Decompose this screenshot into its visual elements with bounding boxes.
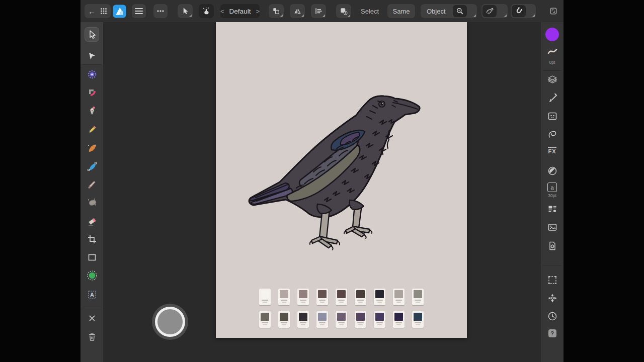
view-mode-button[interactable] xyxy=(481,4,508,18)
topbar: ← xyxy=(80,0,564,22)
back-button[interactable]: ← xyxy=(88,7,96,16)
magnifier-icon xyxy=(453,5,467,17)
effects-panel[interactable]: FX xyxy=(541,147,564,154)
transform-duplicate-button[interactable] xyxy=(269,4,284,18)
snapping-button[interactable] xyxy=(511,4,536,18)
swatch-card[interactable] xyxy=(374,289,385,305)
stroke-width-label: 0pt xyxy=(549,60,555,65)
swirl-icon xyxy=(547,129,558,142)
fullscreen-button[interactable] xyxy=(548,4,558,18)
erase-tool[interactable] xyxy=(85,214,99,228)
preset-prev-icon[interactable]: < xyxy=(220,8,224,15)
magnet-icon xyxy=(512,5,526,17)
swatch-card[interactable] xyxy=(278,311,290,328)
mask-panel[interactable] xyxy=(541,111,564,124)
gallery-grid-icon[interactable] xyxy=(100,8,107,15)
pencil-panel[interactable] xyxy=(541,129,564,142)
image-panel[interactable] xyxy=(541,222,564,235)
swatch-card[interactable] xyxy=(393,311,405,328)
pen-tool[interactable] xyxy=(85,104,99,118)
point-transform-tool[interactable] xyxy=(85,67,99,81)
fx-icon: FX xyxy=(548,147,556,154)
svg-text:A: A xyxy=(90,292,94,298)
more-button[interactable] xyxy=(153,4,168,18)
character-panel[interactable]: a30pt xyxy=(541,183,564,198)
app-logo[interactable] xyxy=(113,4,126,18)
delete-button[interactable] xyxy=(85,330,99,343)
tap-gesture-button[interactable] xyxy=(199,4,214,18)
menu-button[interactable] xyxy=(132,4,146,18)
smudge-tool[interactable] xyxy=(85,196,99,209)
swatch-card[interactable] xyxy=(316,289,328,305)
paint-brush-tool[interactable] xyxy=(85,159,99,173)
nav-group: ← xyxy=(85,4,111,18)
pencil-tool[interactable] xyxy=(85,123,99,136)
swatch-card[interactable] xyxy=(297,289,309,305)
preset-selector[interactable]: < Default > xyxy=(220,4,260,18)
divider xyxy=(83,64,101,65)
divider xyxy=(543,265,561,265)
brushes-panel[interactable] xyxy=(541,92,564,105)
vector-brush-tool[interactable] xyxy=(85,141,99,154)
zoom-tool-button[interactable] xyxy=(452,4,477,18)
workspace[interactable] xyxy=(103,22,541,362)
stroke-panel[interactable]: 0pt xyxy=(541,46,564,65)
swatch-card[interactable] xyxy=(297,311,309,328)
font-size-label: 30pt xyxy=(548,193,556,198)
screen: ← xyxy=(0,0,644,362)
move-tool[interactable] xyxy=(85,28,99,41)
hand-stylus-icon xyxy=(482,5,497,17)
navigator-panel[interactable] xyxy=(541,293,564,306)
flip-horizontal-button[interactable] xyxy=(290,4,305,18)
transform-panel[interactable] xyxy=(541,275,564,288)
swatch-card[interactable] xyxy=(316,311,328,328)
marquee-icon xyxy=(547,275,558,288)
rectangle-tool[interactable] xyxy=(85,250,99,264)
crop-tool[interactable] xyxy=(85,232,99,246)
swatch-card[interactable] xyxy=(412,289,424,305)
adjustments-panel[interactable] xyxy=(541,165,564,178)
swatch-card[interactable] xyxy=(393,289,405,305)
knife-tool[interactable] xyxy=(85,177,99,191)
help-button[interactable]: ? xyxy=(541,329,564,337)
swatch-card[interactable] xyxy=(336,289,347,305)
swatch-card[interactable] xyxy=(259,311,271,328)
corner-tool[interactable] xyxy=(85,85,99,99)
paragraph-icon xyxy=(547,204,558,217)
select-cursor-button[interactable] xyxy=(178,4,193,18)
character-icon: a xyxy=(547,183,557,192)
swatch-card[interactable] xyxy=(355,289,366,305)
swatch-card[interactable] xyxy=(278,289,290,305)
preset-label: Default xyxy=(229,8,251,15)
text-tool[interactable]: A xyxy=(85,288,99,301)
fill-color-swatch[interactable] xyxy=(545,28,559,41)
swatch-card[interactable] xyxy=(336,311,347,328)
canvas[interactable] xyxy=(216,22,467,338)
select-mode-label: Select xyxy=(361,0,379,22)
mask-icon xyxy=(547,111,558,124)
history-panel[interactable] xyxy=(541,311,564,324)
history-icon xyxy=(547,311,558,324)
paragraph-panel[interactable] xyxy=(541,204,564,217)
layers-panel[interactable] xyxy=(541,74,564,87)
preset-next-icon[interactable]: > xyxy=(256,8,260,15)
swatch-card[interactable] xyxy=(355,311,366,328)
touch-indicator xyxy=(155,307,185,337)
align-button[interactable] xyxy=(311,4,326,18)
fill-tool[interactable] xyxy=(85,268,99,282)
navigator-icon xyxy=(547,293,558,306)
swatch-card[interactable] xyxy=(412,311,424,328)
select-same-button[interactable]: Same xyxy=(387,4,415,18)
color-panel[interactable] xyxy=(541,28,564,41)
insert-object-button[interactable] xyxy=(336,4,351,18)
right-sidebar: 0ptFXa30pt? xyxy=(541,22,564,362)
divider xyxy=(543,70,561,71)
document-panel[interactable] xyxy=(541,240,564,253)
swatch-card[interactable] xyxy=(374,311,385,328)
image-icon xyxy=(547,222,558,235)
stroke-curve-icon xyxy=(547,46,558,59)
close-button[interactable] xyxy=(85,311,99,325)
swatch-card[interactable] xyxy=(259,289,271,305)
doc-gear-icon xyxy=(547,240,558,253)
node-tool[interactable] xyxy=(85,49,99,63)
